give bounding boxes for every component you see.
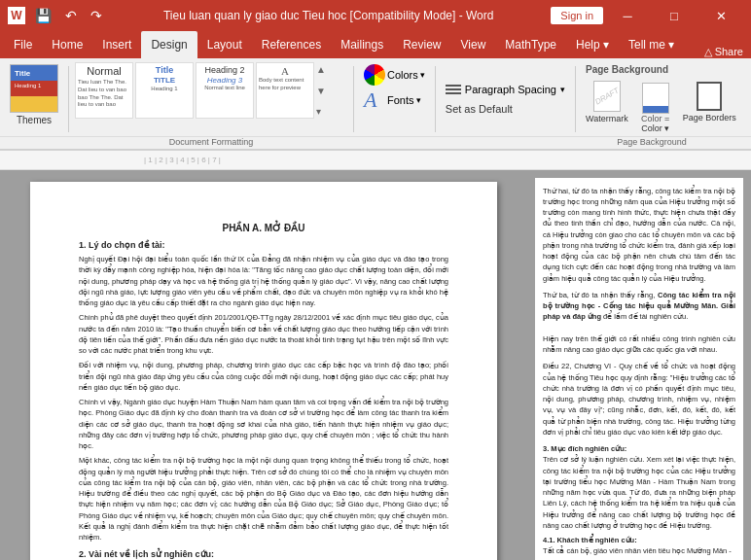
fonts-chevron: ▾ xyxy=(416,95,421,105)
doc-para2: Chính phủ đã phê duyệt theo quyết định 2… xyxy=(79,312,448,356)
themes-group[interactable]: Title Heading 1 Themes xyxy=(6,62,62,136)
tab-mathtype[interactable]: MathType xyxy=(495,31,566,58)
styles-up[interactable]: ▲ xyxy=(316,64,326,75)
signin-button[interactable]: Sign in xyxy=(551,7,603,24)
style-normal[interactable]: Normal Tieu luan The The. Dat lieu to va… xyxy=(75,62,133,119)
title-bar: W 💾 ↶ ↷ Tieu luan quan ly giao duc Tieu … xyxy=(0,0,751,31)
colors-label: Colors xyxy=(387,69,418,81)
right-heading4: 4.1. Khách thể nghiên cứu: xyxy=(543,535,735,545)
doc-section-a: PHẦN A. MỞ ĐẦU 1. Lý do chọn đề tài: Ngh… xyxy=(79,221,448,560)
page-color-icon xyxy=(640,79,671,114)
page-borders-label: Page Borders xyxy=(683,114,736,123)
page-color-button[interactable]: Color = Color ▾ xyxy=(636,77,675,136)
divider-2 xyxy=(353,66,354,132)
minimize-button[interactable]: ─ xyxy=(605,0,650,31)
page-background-section-label: Page Background xyxy=(582,62,672,77)
doc-title: PHẦN A. MỞ ĐẦU xyxy=(79,221,448,235)
right-heading3: 3. Mục đích nghiên cứu: xyxy=(543,443,735,454)
right-para3: Điều 22, Chương VI - Quy chế về tổ chức … xyxy=(543,361,735,438)
divider-1 xyxy=(68,66,69,132)
set-as-default-label: Set as Default xyxy=(446,103,513,115)
right-para: Thứ hai, từ đó ta nhận thấy rằng, công t… xyxy=(543,186,735,284)
ribbon-tabs: File Home Insert Design Layout Reference… xyxy=(0,31,751,58)
fonts-label: Fonts xyxy=(387,94,414,106)
colors-icon xyxy=(364,64,385,86)
paragraph-spacing-button[interactable]: Paragraph Spacing ▾ xyxy=(442,82,569,97)
title-bar-left: W 💾 ↶ ↷ xyxy=(8,7,106,24)
page-bg-items: DRAFT Watermark Color = Color ▾ xyxy=(582,77,740,136)
doc-heading2: 2. Vài nét về lịch sử nghiên cứu: xyxy=(79,548,448,560)
word-icon: W xyxy=(8,7,25,24)
themes-group-label xyxy=(6,137,66,147)
style-a[interactable]: A Body text content here for preview xyxy=(256,62,314,119)
tab-review[interactable]: Review xyxy=(393,31,450,58)
colors-button[interactable]: Colors ▾ xyxy=(360,62,429,88)
tab-file[interactable]: File xyxy=(4,31,42,58)
page-background-label: Page Background xyxy=(586,64,668,75)
colors-chevron: ▾ xyxy=(420,70,425,80)
doc-para1: Nghị quyết Đại hội đại biểu toàn quốc lầ… xyxy=(79,254,448,308)
themes-icon: Title Heading 1 xyxy=(10,64,58,113)
ruler: | 1 | 2 | 3 | 4 | 5 | 6 | 7 | xyxy=(0,151,751,170)
document-page: PHẦN A. MỞ ĐẦU 1. Lý do chọn đề tài: Ngh… xyxy=(30,182,497,560)
right-purpose: Trên cơ sở lý luận nghiên cứu. Xem xét l… xyxy=(543,454,735,531)
undo-icon[interactable]: ↶ xyxy=(61,8,81,23)
doc-para-extra: Đối với nhiệm vụ, nội dung, phương pháp,… xyxy=(79,360,448,393)
style-heading2[interactable]: Heading 2 Heading 3 Normal text line xyxy=(196,62,254,119)
page-container[interactable]: PHẦN A. MỞ ĐẦU 1. Lý do chọn đề tài: Ngh… xyxy=(0,170,527,560)
tab-tell[interactable]: Tell me ▾ xyxy=(619,31,684,58)
para-spacing-group: Paragraph Spacing ▾ Set as Default xyxy=(442,62,569,136)
colors-fonts-group: Colors ▾ A Fonts ▾ xyxy=(360,62,429,136)
doc-para-huynh: Chính vì vậy, Ngành giáo dục huyện Hàm T… xyxy=(79,397,448,451)
paragraph-spacing-label: Paragraph Spacing xyxy=(465,84,556,95)
styles-arrows: ▲ ▼ ▾ xyxy=(316,62,326,119)
tab-design[interactable]: Design xyxy=(141,31,197,58)
styles-down[interactable]: ▼ xyxy=(316,86,326,96)
watermark-icon: DRAFT xyxy=(591,79,623,114)
doc-para-mot: Một khác, công tác kiểm tra nội bộ trườn… xyxy=(79,455,448,542)
tab-insert[interactable]: Insert xyxy=(92,31,141,58)
doc-format-label: Document Formatting xyxy=(75,137,347,147)
divider-4 xyxy=(575,66,576,132)
themes-label: Themes xyxy=(17,115,52,125)
main-area: PHẦN A. MỞ ĐẦU 1. Lý do chọn đề tài: Ngh… xyxy=(0,170,751,560)
watermark-label: Watermark xyxy=(586,114,628,123)
right-page: Thứ hai, từ đó ta nhận thấy rằng, công t… xyxy=(535,178,743,560)
window-title: Tieu luan quan ly giao duc Tieu hoc [Com… xyxy=(106,9,551,22)
page-bg-group-label: Page Background xyxy=(558,137,745,147)
right-khach: Tất cả cán bộ, giáo viên nhân viên tiêu … xyxy=(543,545,735,560)
divider-3 xyxy=(435,66,436,132)
doc-heading1: 1. Lý do chọn đề tài: xyxy=(79,239,448,253)
tab-help[interactable]: Help ▾ xyxy=(566,31,619,58)
ribbon-area: Title Heading 1 Themes Normal Tieu luan … xyxy=(0,58,751,151)
tab-layout[interactable]: Layout xyxy=(197,31,252,58)
page-borders-icon xyxy=(694,79,725,114)
share-button[interactable]: △ Share xyxy=(704,46,743,58)
title-bar-right: Sign in ─ □ ✕ xyxy=(551,0,743,31)
fonts-button[interactable]: A Fonts ▾ xyxy=(360,88,425,113)
styles-group: Normal Tieu luan The The. Dat lieu to va… xyxy=(75,62,347,136)
page-borders-button[interactable]: Page Borders xyxy=(679,77,740,125)
styles-scroll: Normal Tieu luan The The. Dat lieu to va… xyxy=(75,62,347,119)
close-button[interactable]: ✕ xyxy=(698,0,743,31)
watermark-button[interactable]: DRAFT Watermark xyxy=(582,77,632,125)
tab-view[interactable]: View xyxy=(451,31,496,58)
page-color-label: Color ▾ xyxy=(641,124,669,134)
redo-icon[interactable]: ↷ xyxy=(87,8,106,23)
page-background-group: Page Background DRAFT Watermark xyxy=(582,62,740,136)
set-as-default-button[interactable]: Set as Default xyxy=(442,101,517,117)
styles-expand[interactable]: ▾ xyxy=(316,106,326,117)
para-spacing-icon xyxy=(446,85,461,94)
tab-mailings[interactable]: Mailings xyxy=(331,31,393,58)
style-heading1[interactable]: Title TITLE Heading 1 xyxy=(135,62,194,119)
para-spacing-chevron: ▾ xyxy=(560,85,565,94)
tab-home[interactable]: Home xyxy=(42,31,92,58)
maximize-button[interactable]: □ xyxy=(652,0,697,31)
fonts-icon: A xyxy=(364,89,385,111)
right-para2: Thứ ba, từ đó ta nhận thấy rằng, Công tá… xyxy=(543,290,735,356)
tab-references[interactable]: References xyxy=(252,31,331,58)
right-text-panel: Thứ hai, từ đó ta nhận thấy rằng, công t… xyxy=(527,170,751,560)
save-icon[interactable]: 💾 xyxy=(31,8,55,23)
ribbon-labels-row: Document Formatting Page Background xyxy=(0,136,751,149)
